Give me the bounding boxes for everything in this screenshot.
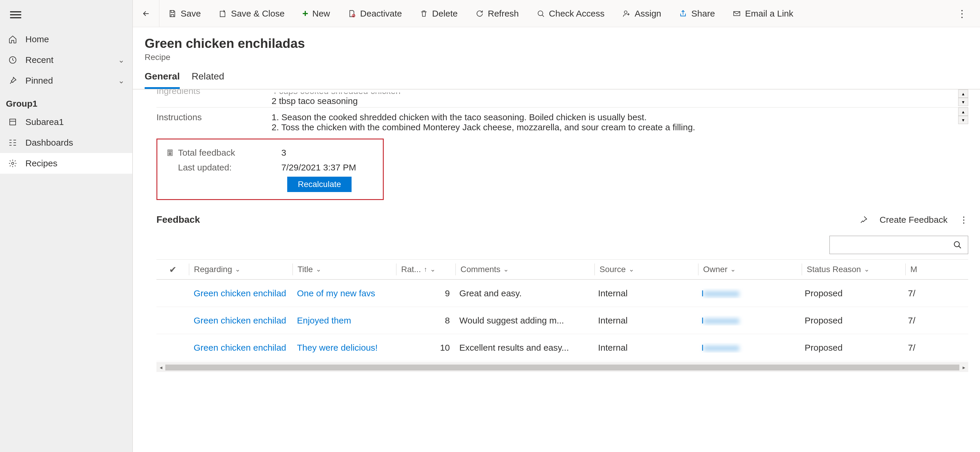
new-label: New bbox=[312, 8, 330, 19]
check-access-button[interactable]: Check Access bbox=[528, 0, 613, 27]
scroll-up-icon[interactable]: ▴ bbox=[958, 107, 968, 116]
cell-title[interactable]: One of my new favs bbox=[292, 288, 396, 299]
cell-status: Proposed bbox=[800, 316, 903, 326]
svg-point-13 bbox=[170, 154, 170, 155]
scroll-up-icon[interactable]: ▴ bbox=[958, 89, 968, 98]
save-button[interactable]: Save bbox=[159, 0, 210, 27]
assign-button[interactable]: Assign bbox=[613, 0, 670, 27]
pin-icon bbox=[8, 76, 18, 85]
cell-regarding[interactable]: Green chicken enchilad bbox=[189, 343, 292, 353]
deactivate-button[interactable]: Deactivate bbox=[339, 0, 411, 27]
cell-comments: Great and easy. bbox=[455, 288, 593, 299]
select-all[interactable]: ✔ bbox=[156, 264, 189, 275]
scroll-track[interactable] bbox=[165, 364, 959, 371]
col-title[interactable]: Title⌄ bbox=[293, 265, 396, 274]
cell-title[interactable]: They were delicious! bbox=[292, 343, 396, 353]
chevron-down-icon: ⌄ bbox=[629, 265, 634, 273]
col-comments[interactable]: Comments⌄ bbox=[456, 265, 595, 274]
record-header: Green chicken enchiladas Recipe bbox=[133, 27, 980, 62]
calculator-icon bbox=[166, 149, 174, 157]
cell-comments: Would suggest adding m... bbox=[455, 316, 593, 326]
ingredients-scroll[interactable]: ▴ ▾ bbox=[958, 89, 968, 106]
cell-rating: 10 bbox=[396, 343, 455, 353]
chevron-down-icon: ⌄ bbox=[430, 265, 435, 273]
table-row[interactable]: Green chicken enchilad Enjoyed them 8 Wo… bbox=[156, 307, 968, 334]
more-commands[interactable]: ⋮ bbox=[947, 8, 977, 19]
col-regarding[interactable]: Regarding⌄ bbox=[189, 265, 293, 274]
main: Save Save & Close + New Deactivate bbox=[133, 0, 980, 452]
chevron-down-icon: ⌄ bbox=[118, 56, 124, 65]
col-owner[interactable]: Owner⌄ bbox=[698, 265, 802, 274]
delete-button[interactable]: Delete bbox=[411, 0, 467, 27]
nav-recipes[interactable]: Recipes bbox=[0, 153, 132, 174]
nav-recent[interactable]: Recent ⌄ bbox=[0, 50, 132, 70]
last-updated-value: 7/29/2021 3:37 PM bbox=[281, 163, 356, 172]
total-feedback-value: 3 bbox=[281, 148, 286, 158]
cell-title[interactable]: Enjoyed them bbox=[292, 316, 396, 326]
dashboard-icon bbox=[8, 138, 18, 147]
svg-point-12 bbox=[169, 154, 169, 155]
hamburger-menu[interactable] bbox=[0, 6, 132, 29]
delete-label: Delete bbox=[432, 8, 458, 19]
col-more[interactable]: M bbox=[905, 265, 929, 274]
total-feedback-label: Total feedback bbox=[178, 148, 235, 158]
total-feedback-row: Total feedback 3 bbox=[166, 145, 374, 160]
table-row[interactable]: Green chicken enchilad They were delicio… bbox=[156, 334, 968, 361]
col-status[interactable]: Status Reason⌄ bbox=[802, 265, 905, 274]
instructions-value[interactable]: 1. Season the cooked shredded chicken wi… bbox=[272, 112, 968, 133]
save-label: Save bbox=[181, 8, 201, 19]
svg-point-15 bbox=[954, 242, 959, 247]
col-source[interactable]: Source⌄ bbox=[595, 265, 698, 274]
ingredients-value[interactable]: 4 cups cooked shredded chicken 2 tbsp ta… bbox=[272, 93, 968, 106]
share-button[interactable]: Share bbox=[670, 0, 724, 27]
chevron-down-icon: ⌄ bbox=[118, 76, 124, 85]
recalculate-button[interactable]: Recalculate bbox=[287, 177, 352, 192]
more-icon[interactable]: ⋮ bbox=[959, 214, 968, 225]
cell-more: 7/ bbox=[903, 288, 927, 299]
create-feedback-button[interactable]: Create Feedback bbox=[880, 215, 948, 225]
field-instructions: Instructions 1. Season the cooked shredd… bbox=[156, 107, 968, 133]
feedback-search[interactable] bbox=[829, 236, 968, 254]
cell-status: Proposed bbox=[800, 343, 903, 353]
ingredients-label: Ingredients bbox=[156, 89, 272, 96]
tab-general[interactable]: General bbox=[145, 71, 180, 89]
pin-icon[interactable] bbox=[859, 216, 868, 224]
new-button[interactable]: + New bbox=[293, 0, 339, 27]
grid-header: ✔ Regarding⌄ Title⌄ Rat...↑⌄ Comments⌄ S… bbox=[156, 260, 968, 280]
nav-subarea1[interactable]: Subarea1 bbox=[0, 112, 132, 133]
nav-pinned-label: Pinned bbox=[25, 76, 53, 86]
cell-regarding[interactable]: Green chicken enchilad bbox=[189, 316, 292, 326]
instructions-scroll[interactable]: ▴ ▾ bbox=[958, 107, 968, 124]
tab-related[interactable]: Related bbox=[192, 71, 224, 89]
scroll-left-icon[interactable]: ◂ bbox=[156, 364, 165, 371]
nav-home[interactable]: Home bbox=[0, 29, 132, 50]
last-updated-row: Last updated: 7/29/2021 3:37 PM bbox=[166, 160, 374, 175]
table-row[interactable]: Green chicken enchilad One of my new fav… bbox=[156, 280, 968, 307]
cell-status: Proposed bbox=[800, 288, 903, 299]
check-access-icon bbox=[537, 10, 545, 18]
form-body: Ingredients 4 cups cooked shredded chick… bbox=[133, 89, 980, 452]
cell-regarding[interactable]: Green chicken enchilad bbox=[189, 288, 292, 299]
horizontal-scrollbar[interactable]: ◂ ▸ bbox=[156, 363, 968, 372]
refresh-button[interactable]: Refresh bbox=[467, 0, 528, 27]
col-rating[interactable]: Rat...↑⌄ bbox=[396, 265, 455, 274]
save-close-button[interactable]: Save & Close bbox=[210, 0, 293, 27]
scroll-down-icon[interactable]: ▾ bbox=[958, 116, 968, 124]
cell-owner-blur: xxxxxxxx bbox=[704, 316, 739, 325]
nav-pinned[interactable]: Pinned ⌄ bbox=[0, 70, 132, 91]
save-icon bbox=[168, 10, 177, 18]
nav-recipes-label: Recipes bbox=[25, 158, 57, 168]
cell-source: Internal bbox=[593, 316, 697, 326]
email-link-button[interactable]: Email a Link bbox=[724, 0, 802, 27]
feedback-header: Feedback Create Feedback ⋮ bbox=[156, 212, 968, 230]
deactivate-label: Deactivate bbox=[360, 8, 402, 19]
field-ingredients: Ingredients 4 cups cooked shredded chick… bbox=[156, 89, 968, 107]
nav-dashboards[interactable]: Dashboards bbox=[0, 133, 132, 153]
scroll-down-icon[interactable]: ▾ bbox=[958, 98, 968, 106]
assign-label: Assign bbox=[635, 8, 661, 19]
scroll-right-icon[interactable]: ▸ bbox=[959, 364, 968, 371]
back-button[interactable] bbox=[133, 0, 159, 27]
cell-owner-blur: xxxxxxxx bbox=[704, 343, 739, 353]
feedback-heading: Feedback bbox=[156, 214, 200, 225]
svg-point-4 bbox=[538, 11, 542, 15]
